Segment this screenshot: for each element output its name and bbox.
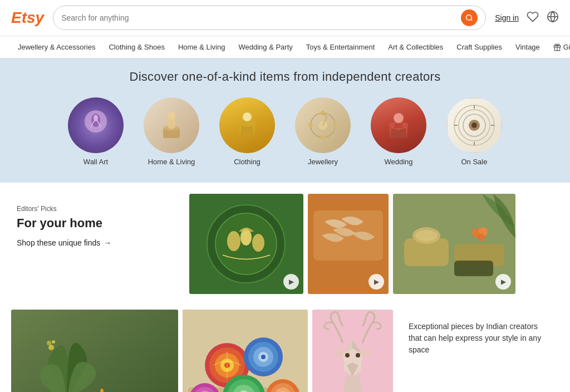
svg-point-36: [227, 231, 240, 251]
etsy-logo[interactable]: Etsy: [11, 9, 44, 27]
svg-point-22: [394, 113, 404, 123]
svg-point-91: [356, 353, 360, 357]
grid-row-1: ▶ ▶: [189, 194, 559, 294]
category-home-living[interactable]: Home & Living: [144, 97, 199, 166]
svg-point-20: [308, 123, 313, 128]
jewellery-label: Jewellery: [308, 158, 338, 166]
svg-point-55: [52, 340, 55, 344]
header-actions: Sign in: [495, 11, 559, 26]
section-title: For your home: [17, 216, 178, 231]
category-wall-art[interactable]: Wall Art: [68, 97, 124, 166]
editors-sidebar: Editors' Picks For your home Shop these …: [11, 194, 178, 298]
svg-point-38: [252, 234, 264, 252]
sign-in-link[interactable]: Sign in: [495, 13, 519, 22]
product-wood-tray[interactable]: ▶: [393, 194, 515, 294]
product-deer-head[interactable]: ▶: [312, 310, 393, 392]
wall-art-label: Wall Art: [83, 158, 108, 166]
search-button[interactable]: [461, 9, 478, 26]
clothing-label: Clothing: [234, 158, 261, 166]
svg-point-10: [94, 115, 98, 121]
on-sale-label: On Sale: [461, 158, 488, 166]
nav-vintage[interactable]: Vintage: [509, 41, 547, 53]
header: Etsy Sign in: [0, 0, 570, 36]
svg-point-54: [47, 341, 51, 345]
search-input[interactable]: [61, 13, 461, 22]
product-colorful-boxes[interactable]: [183, 310, 308, 392]
nav-toys[interactable]: Toys & Entertainment: [299, 41, 382, 53]
editors-picks-label: Editors' Picks: [17, 205, 178, 213]
category-jewellery[interactable]: Jewellery: [295, 97, 351, 166]
category-circles: Wall Art Home & Living: [22, 97, 548, 166]
nav-gifts[interactable]: Gifts: [547, 41, 570, 53]
wedding-label: Wedding: [384, 158, 412, 166]
svg-point-53: [48, 345, 54, 350]
search-bar: [53, 6, 486, 30]
hero-section: Discover one-of-a-kind items from indepe…: [0, 58, 570, 183]
svg-rect-50: [454, 261, 493, 276]
svg-point-49: [477, 233, 485, 241]
nav-art[interactable]: Art & Collectibles: [381, 41, 450, 53]
gift-icon: [553, 43, 561, 51]
category-on-sale[interactable]: On Sale: [446, 97, 502, 166]
hero-title: Discover one-of-a-kind items from indepe…: [22, 70, 548, 84]
globe-icon[interactable]: [547, 11, 559, 26]
product-green-plate[interactable]: ▶: [189, 194, 303, 294]
svg-point-90: [345, 353, 350, 357]
svg-point-28: [471, 122, 477, 128]
on-sale-circle: [446, 97, 502, 153]
product-grid: ▶ ▶: [189, 194, 559, 298]
bottom-section: ▶ Exceptional pieces by Indian creators …: [0, 310, 570, 392]
play-button-2[interactable]: ▶: [368, 274, 384, 290]
svg-point-71: [261, 355, 266, 359]
nav-home-living[interactable]: Home & Living: [171, 41, 232, 53]
svg-point-0: [466, 15, 471, 20]
home-living-circle: [144, 97, 199, 153]
main-content: Editors' Picks For your home Shop these …: [0, 183, 570, 310]
nav-wedding[interactable]: Wedding & Party: [232, 41, 299, 53]
svg-point-15: [243, 112, 252, 121]
main-nav: Jewellery & Accessories Clothing & Shoes…: [0, 36, 570, 58]
bottom-description: Exceptional pieces by Indian creators th…: [397, 310, 559, 367]
svg-rect-52: [11, 310, 178, 392]
home-living-label: Home & Living: [148, 158, 195, 166]
product-plant-vase[interactable]: [11, 310, 178, 392]
svg-point-46: [415, 230, 438, 241]
wishlist-icon[interactable]: [527, 11, 539, 26]
play-button-3[interactable]: ▶: [495, 274, 511, 290]
svg-rect-23: [395, 124, 402, 128]
wall-art-circle: [68, 97, 124, 153]
svg-marker-92: [343, 375, 362, 392]
jewellery-circle: [295, 97, 351, 153]
clothing-circle: [219, 97, 275, 153]
svg-point-14: [168, 112, 175, 120]
wedding-circle: [371, 97, 426, 153]
nav-craft[interactable]: Craft Supplies: [450, 41, 509, 53]
svg-point-19: [321, 135, 325, 140]
category-clothing[interactable]: Clothing: [219, 97, 275, 166]
nav-jewellery[interactable]: Jewellery & Accessories: [11, 41, 102, 53]
product-copper-tray[interactable]: ▶: [308, 194, 389, 294]
nav-clothing[interactable]: Clothing & Shoes: [102, 41, 171, 53]
svg-line-1: [471, 19, 473, 21]
category-wedding[interactable]: Wedding: [371, 97, 426, 166]
play-button-1[interactable]: ▶: [283, 274, 299, 290]
svg-point-21: [333, 123, 337, 128]
nav-gifts-label: Gifts: [563, 43, 570, 51]
shop-link[interactable]: Shop these unique finds →: [17, 238, 178, 247]
